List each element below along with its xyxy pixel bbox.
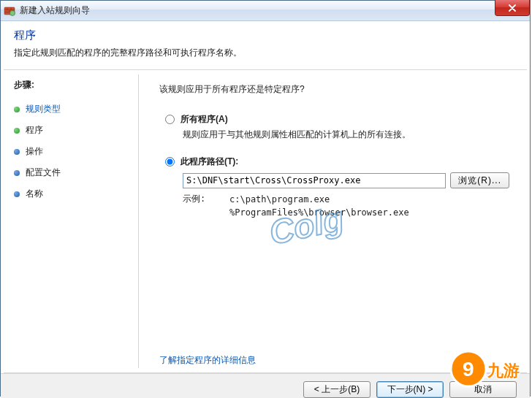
steps-list: 规则类型 程序 操作 配置文件 名称 (14, 99, 131, 204)
wizard-window: 新建入站规则向导 程序 指定此规则匹配的程序的完整程序路径和可执行程序名称。 步… (0, 0, 531, 397)
wizard-header: 程序 指定此规则匹配的程序的完整程序路径和可执行程序名称。 (1, 21, 530, 69)
steps-heading: 步骤: (14, 79, 131, 91)
path-input-row: 浏览(R)... (183, 172, 509, 188)
radio-all-programs[interactable] (165, 115, 175, 124)
program-path-input[interactable] (183, 173, 446, 188)
page-description: 指定此规则匹配的程序的完整程序路径和可执行程序名称。 (14, 47, 517, 59)
back-button[interactable]: < 上一步(B) (303, 381, 370, 398)
step-profile[interactable]: 配置文件 (14, 162, 131, 183)
step-label: 规则类型 (26, 103, 61, 115)
radio-label: 此程序路径(T): (180, 156, 238, 168)
bullet-icon (14, 128, 20, 134)
option-program-path[interactable]: 此程序路径(T): (165, 156, 509, 168)
page-title: 程序 (14, 28, 517, 42)
cancel-button[interactable]: 取消 (449, 381, 517, 398)
bullet-icon (14, 107, 20, 112)
window-title: 新建入站规则向导 (20, 4, 90, 17)
bullet-icon (14, 170, 20, 176)
bullet-icon (14, 191, 20, 197)
step-label: 名称 (26, 188, 43, 200)
steps-sidebar: 步骤: 规则类型 程序 操作 配置文件 (1, 70, 138, 372)
step-rule-type[interactable]: 规则类型 (14, 99, 131, 120)
bullet-icon (14, 149, 20, 155)
close-button[interactable] (495, 0, 530, 16)
content-panel: 该规则应用于所有程序还是特定程序? 所有程序(A) 规则应用于与其他规则属性相匹… (139, 70, 530, 372)
option-all-desc: 规则应用于与其他规则属性相匹配的计算机上的所有连接。 (183, 129, 509, 141)
radio-program-path[interactable] (165, 157, 175, 167)
wizard-body: 步骤: 规则类型 程序 操作 配置文件 (1, 70, 530, 372)
next-button[interactable]: 下一步(N) > (376, 381, 444, 398)
step-name[interactable]: 名称 (14, 183, 131, 204)
question-text: 该规则应用于所有程序还是特定程序? (159, 83, 509, 96)
firewall-icon (4, 5, 15, 17)
example-label: 示例: (183, 193, 229, 219)
example-paths: c:\path\program.exe %ProgramFiles%\brows… (229, 193, 409, 219)
wizard-footer: < 上一步(B) 下一步(N) > 取消 (1, 373, 530, 398)
step-label: 操作 (26, 145, 43, 158)
browse-button[interactable]: 浏览(R)... (450, 172, 509, 188)
step-label: 配置文件 (26, 167, 61, 179)
example-row: 示例: c:\path\program.exe %ProgramFiles%\b… (183, 193, 509, 219)
learn-more-link[interactable]: 了解指定程序的详细信息 (159, 354, 256, 367)
window-controls (495, 0, 530, 16)
step-label: 程序 (26, 124, 43, 137)
step-program[interactable]: 程序 (14, 120, 131, 141)
option-all-programs[interactable]: 所有程序(A) (165, 113, 509, 126)
radio-label: 所有程序(A) (180, 113, 228, 126)
step-action[interactable]: 操作 (14, 141, 131, 162)
title-bar: 新建入站规则向导 (1, 1, 530, 21)
svg-point-6 (10, 10, 15, 15)
program-scope-group: 所有程序(A) 规则应用于与其他规则属性相匹配的计算机上的所有连接。 此程序路径… (165, 113, 509, 219)
